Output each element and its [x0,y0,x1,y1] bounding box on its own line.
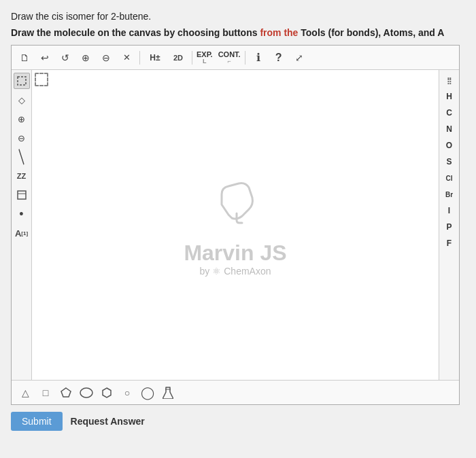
atom-O-button[interactable]: O [441,138,458,153]
periodic-table-button[interactable]: ⣿ [441,73,458,88]
lasso-tool[interactable]: ◇ [14,92,30,108]
zoom-out-button[interactable]: ⊖ [97,49,115,67]
undo-button[interactable]: ↩ [36,49,54,67]
remove-atom-tool[interactable]: ⊖ [14,130,30,146]
instruction-highlight: from the [260,27,298,38]
square-shape[interactable]: □ [37,385,54,401]
divider1 [139,51,140,65]
zoom-in-button[interactable]: ⊕ [77,49,95,67]
exp-label: EXP. L [197,50,213,65]
oval-shape[interactable] [78,385,95,401]
circle-shape[interactable]: ○ [119,385,135,401]
hexagon-shape[interactable] [99,385,115,401]
chain-tool[interactable]: ZZ [14,168,30,184]
instruction-text-bold: Draw the molecule on the canvas by choos… [11,27,260,38]
divider3 [245,51,245,65]
atom-Br-button[interactable]: Br [441,187,458,202]
atom-I-button[interactable]: I [441,203,458,218]
select-rect-tool[interactable] [14,73,30,89]
add-atom-tool[interactable]: ⊕ [14,111,30,127]
molecule-icon [184,174,286,238]
divider2 [192,51,192,65]
atom-P-button[interactable]: P [441,219,458,234]
chemaxon-icon: ⚛ [212,266,221,277]
atom-S-button[interactable]: S [441,154,458,169]
text-tool[interactable]: A[1] [14,225,30,241]
svg-marker-5 [103,388,111,398]
atom-N-button[interactable]: N [441,122,458,137]
selection-indicator [35,73,48,86]
circle2-shape[interactable]: ◯ [139,385,156,401]
canvas-area[interactable]: Marvin JS by ⚛ ChemAxon [32,70,439,380]
bond-tool[interactable]: ╱ [12,145,33,169]
template-tool[interactable] [14,187,30,203]
toolbar: 🗋 ↩ ↺ ⊕ ⊖ ✕ H± 2D EXP. L CONT. ⌐ ℹ ? ⤢ [12,46,459,70]
info-button[interactable]: ℹ [250,49,267,67]
erase-button[interactable]: ✕ [118,49,135,67]
bottom-toolbar: △ □ ○ ◯ [12,380,459,404]
atom-F-button[interactable]: F [441,236,458,251]
logo-brand: ChemAxon [224,266,271,277]
atom-C-button[interactable]: C [441,105,458,120]
instruction-line2: Draw the molecule on the canvas by choos… [11,27,465,38]
marvin-logo-sub: by ⚛ ChemAxon [184,266,286,277]
atom-Cl-button[interactable]: Cl [441,171,458,186]
redo-button[interactable]: ↺ [56,49,74,67]
fullscreen-button[interactable]: ⤢ [290,49,308,67]
pentagon-shape[interactable] [58,385,74,401]
main-area: ◇ ⊕ ⊖ ╱ ZZ • A[1] [12,70,459,380]
help-button[interactable]: ? [270,49,288,67]
triangle-shape[interactable]: △ [17,385,33,401]
left-sidebar: ◇ ⊕ ⊖ ╱ ZZ • A[1] [12,70,32,380]
2d-button[interactable]: 2D [169,49,188,67]
action-row: Submit Request Answer [11,412,465,431]
submit-button[interactable]: Submit [11,412,63,431]
svg-marker-3 [61,388,71,397]
point-tool[interactable]: • [14,206,30,222]
svg-point-4 [80,388,92,398]
svg-rect-1 [18,191,26,199]
right-sidebar: ⣿ H C N O S Cl Br I P F [439,70,459,380]
request-answer-button[interactable]: Request Answer [71,412,145,431]
marvin-editor: 🗋 ↩ ↺ ⊕ ⊖ ✕ H± 2D EXP. L CONT. ⌐ ℹ ? ⤢ [11,45,460,405]
flask-shape[interactable] [160,385,176,401]
marvin-logo: Marvin JS by ⚛ ChemAxon [184,174,286,277]
svg-rect-0 [18,77,26,85]
instruction-line1: Draw the cis isomer for 2-butene. [11,11,465,22]
atom-H-button[interactable]: H [441,89,458,104]
logo-by: by [199,266,209,277]
hydrogens-button[interactable]: H± [144,49,166,67]
marvin-logo-text: Marvin JS [184,241,286,266]
cont-label: CONT. ⌐ [218,50,241,65]
new-button[interactable]: 🗋 [16,49,33,67]
instruction-text-end: Tools (for bonds), Atoms, and A [298,27,444,38]
